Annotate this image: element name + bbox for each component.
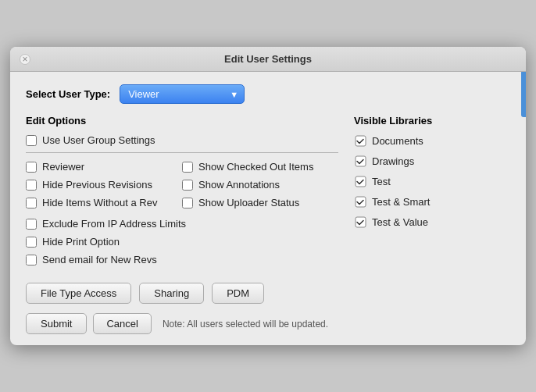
reviewer-label: Reviewer — [42, 161, 84, 173]
cancel-button[interactable]: Cancel — [93, 313, 151, 334]
exclude-ip-label: Exclude From IP Address Limits — [42, 218, 186, 230]
divider — [26, 152, 338, 153]
exclude-ip-checkbox[interactable] — [26, 219, 37, 230]
user-type-label: Select User Type: — [26, 88, 110, 100]
show-uploader-checkbox[interactable] — [182, 198, 193, 208]
checkbox-send-email: Send email for New Revs — [26, 254, 338, 265]
test-smart-label: Test & Smart — [372, 196, 430, 208]
lib-drawings: Drawings — [354, 155, 510, 167]
visible-libraries-heading: Visible Libraries — [354, 115, 510, 127]
send-email-label: Send email for New Revs — [42, 254, 157, 265]
test-value-checked-icon — [354, 216, 366, 228]
documents-checked-icon — [354, 134, 366, 147]
show-checked-out-checkbox[interactable] — [182, 162, 193, 173]
show-checked-out-label: Show Checked Out Items — [198, 161, 313, 173]
user-type-select-wrapper: Viewer Admin Editor Contributor ▼ — [120, 84, 245, 104]
test-checked-icon — [354, 175, 366, 187]
send-email-checkbox[interactable] — [26, 255, 37, 265]
hide-print-checkbox[interactable] — [26, 237, 37, 248]
checkbox-show-uploader: Show Uploader Status — [182, 197, 338, 208]
title-bar: Edit User Settings — [10, 47, 526, 72]
use-user-group-checkbox[interactable] — [26, 135, 37, 146]
file-type-access-button[interactable]: File Type Access — [26, 283, 131, 304]
note-text: Note: All users selected will be updated… — [163, 319, 328, 330]
checkbox-show-annotations: Show Annotations — [182, 179, 338, 191]
user-type-select[interactable]: Viewer Admin Editor Contributor — [120, 84, 245, 104]
show-annotations-label: Show Annotations — [198, 179, 280, 191]
use-user-group-label: Use User Group Settings — [42, 134, 155, 146]
test-label: Test — [372, 176, 391, 187]
documents-label: Documents — [372, 135, 423, 147]
action-buttons-row: File Type Access Sharing PDM — [26, 283, 510, 304]
checkbox-hide-prev-rev: Hide Previous Revisions — [26, 179, 182, 191]
checkbox-hide-print: Hide Print Option — [26, 236, 338, 248]
submit-button[interactable]: Submit — [26, 313, 87, 334]
checkbox-reviewer: Reviewer — [26, 161, 182, 173]
checkbox-hide-items-no-rev: Hide Items Without a Rev — [26, 197, 182, 208]
pdm-button[interactable]: PDM — [212, 283, 264, 304]
test-value-label: Test & Value — [372, 216, 428, 228]
dialog-title: Edit User Settings — [224, 53, 312, 65]
bottom-row: Submit Cancel Note: All users selected w… — [26, 313, 510, 334]
drawings-checked-icon — [354, 155, 366, 167]
dialog-body: Select User Type: Viewer Admin Editor Co… — [10, 72, 526, 345]
show-annotations-checkbox[interactable] — [182, 180, 193, 191]
lib-test: Test — [354, 175, 510, 187]
edit-options-heading: Edit Options — [26, 115, 338, 127]
lib-test-smart: Test & Smart — [354, 195, 510, 208]
user-type-row: Select User Type: Viewer Admin Editor Co… — [26, 84, 510, 104]
checkbox-use-user-group: Use User Group Settings — [26, 134, 338, 146]
hide-items-no-rev-label: Hide Items Without a Rev — [42, 197, 157, 208]
lib-test-value: Test & Value — [354, 216, 510, 228]
drawings-label: Drawings — [372, 155, 414, 167]
test-smart-checked-icon — [354, 195, 366, 208]
hide-prev-rev-checkbox[interactable] — [26, 180, 37, 191]
reviewer-checkbox[interactable] — [26, 162, 37, 173]
columns-row: Edit Options Use User Group Settings Rev… — [26, 115, 510, 272]
left-col: Edit Options Use User Group Settings Rev… — [26, 115, 354, 272]
lib-documents: Documents — [354, 134, 510, 147]
dialog: Edit User Settings Select User Type: Vie… — [10, 47, 526, 345]
hide-items-no-rev-checkbox[interactable] — [26, 198, 37, 208]
two-col-options: Reviewer Show Checked Out Items Hide Pre… — [26, 161, 338, 215]
show-uploader-label: Show Uploader Status — [198, 197, 299, 208]
checkbox-show-checked-out: Show Checked Out Items — [182, 161, 338, 173]
hide-print-label: Hide Print Option — [42, 236, 120, 248]
sharing-button[interactable]: Sharing — [139, 283, 204, 304]
checkbox-exclude-ip: Exclude From IP Address Limits — [26, 218, 338, 230]
right-stripe — [521, 70, 526, 117]
hide-prev-rev-label: Hide Previous Revisions — [42, 179, 152, 191]
close-button[interactable] — [20, 54, 30, 65]
visible-libraries-col: Visible Libraries Documents — [354, 115, 510, 272]
